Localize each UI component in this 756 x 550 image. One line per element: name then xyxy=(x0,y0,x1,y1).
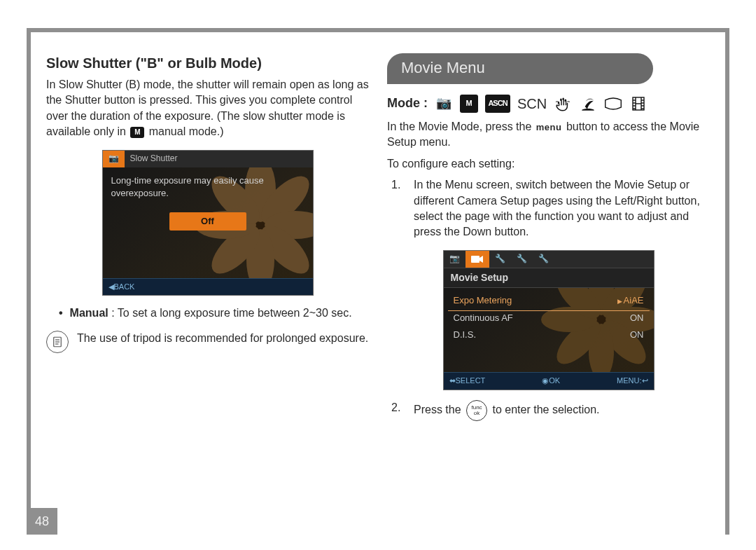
mode-hand-icon xyxy=(554,95,572,113)
page-number-badge: 48 xyxy=(27,508,57,535)
steps-list-2: Press the func ok to enter the selection… xyxy=(391,400,710,421)
lcd2-body: Expo Metering AiAE Continuous AF ON D.I.… xyxy=(444,288,654,372)
lcd2-row-2-label: D.I.S. xyxy=(454,329,477,341)
step-1: In the Menu screen, switch between the M… xyxy=(391,177,710,240)
note-icon xyxy=(46,331,69,353)
lcd1-tabbar: 📷 Slow Shutter xyxy=(103,151,313,167)
bullet-manual-label: Manual xyxy=(70,307,108,319)
mode-film-icon xyxy=(629,95,648,113)
column-right: Movie Menu Mode : 📷 M ASCN SCN xyxy=(387,53,710,528)
page-frame: Slow Shutter ("B" or Bulb Mode) In Slow … xyxy=(27,28,729,535)
pill-movie-menu: Movie Menu xyxy=(387,53,653,84)
lcd2-tabbar: 📷 🔧 🔧 🔧 xyxy=(444,251,654,268)
mode-m-icon: M xyxy=(460,95,478,113)
lcd2-foot-ok: ◉OK xyxy=(542,376,560,386)
mode-label: Mode : xyxy=(387,95,428,112)
movie-mode-intro: In the Movie Mode, press the menu button… xyxy=(387,119,710,151)
func-label-bot: ok xyxy=(474,411,479,416)
mode-row: Mode : 📷 M ASCN SCN xyxy=(387,94,710,114)
intro-text-b: manual mode.) xyxy=(146,125,223,137)
lcd1-title: Slow Shutter xyxy=(125,151,313,167)
lcd-slow-shutter-screenshot: 📷 Slow Shutter Long-time exposure may ea… xyxy=(102,150,314,296)
step-1-text: In the Menu screen, switch between the M… xyxy=(414,177,710,240)
mode-scn-text: SCN xyxy=(517,94,547,114)
lcd2-row-1-value: ON xyxy=(630,312,644,324)
lcd1-back-hint: ◀BACK xyxy=(108,282,135,292)
lcd1-off-button: Off xyxy=(169,212,246,231)
lcd2-row-0-value: AiAE xyxy=(617,294,644,307)
bullet-manual-text: Manual : To set a long exposure time bet… xyxy=(70,305,352,321)
lcd1-body: Long-time exposure may easily cause over… xyxy=(103,167,313,278)
tip-tripod: The use of tripod is recommended for pro… xyxy=(46,331,369,353)
lcd2-row-1: Continuous AF ON xyxy=(451,310,647,326)
lcd2-tab-wrench2-icon: 🔧 xyxy=(511,251,533,268)
tip-tripod-text: The use of tripod is recommended for pro… xyxy=(77,331,368,346)
lcd2-tab-wrench3-icon: 🔧 xyxy=(533,251,554,268)
bullet-manual-body: : To set a long exposure time between 2~… xyxy=(111,307,351,319)
lcd2-row-0: Expo Metering AiAE xyxy=(451,292,647,309)
lcd2-tab-camera-icon: 📷 xyxy=(444,251,465,268)
step-2-text-b: to enter the selection. xyxy=(493,404,600,415)
movie-mode-text-a: In the Movie Mode, press the xyxy=(387,121,531,132)
lcd1-tab-camera-icon: 📷 xyxy=(103,151,125,167)
lcd2-foot-menu: MENU:↩ xyxy=(617,376,648,386)
step-2: Press the func ok to enter the selection… xyxy=(391,400,710,421)
func-ok-icon: func ok xyxy=(466,400,487,421)
column-left: Slow Shutter ("B" or Bulb Mode) In Slow … xyxy=(46,53,369,528)
mode-panorama-icon xyxy=(604,95,622,113)
lcd1-message: Long-time exposure may easily cause over… xyxy=(111,174,293,200)
step-2-text-a: Press the xyxy=(414,404,461,415)
lcd2-tab-wrench-icon: 🔧 xyxy=(489,251,511,268)
steps-list: In the Menu screen, switch between the M… xyxy=(391,177,710,240)
configure-line: To configure each setting: xyxy=(387,156,710,172)
bullet-manual: Manual : To set a long exposure time bet… xyxy=(59,305,369,321)
step-2-body: Press the func ok to enter the selection… xyxy=(414,400,599,421)
lcd2-row-1-label: Continuous AF xyxy=(454,312,513,324)
mode-camera-icon: 📷 xyxy=(435,95,453,113)
lcd2-foot-select: ⬌SELECT xyxy=(449,376,486,386)
lcd2-tab-movie-icon xyxy=(465,251,489,268)
m-mode-chip-icon: M xyxy=(130,127,144,138)
heading-slow-shutter: Slow Shutter ("B" or Bulb Mode) xyxy=(46,53,369,73)
lcd2-row-2-value: ON xyxy=(630,329,644,341)
lcd2-footer: ⬌SELECT ◉OK MENU:↩ xyxy=(444,372,654,389)
svg-rect-25 xyxy=(471,256,479,263)
menu-label-inline: menu xyxy=(536,121,562,134)
lcd2-setup-title: Movie Setup xyxy=(444,268,654,289)
mode-beach-icon xyxy=(579,95,597,113)
mode-ascn-icon: ASCN xyxy=(485,95,510,113)
lcd-movie-setup-screenshot: 📷 🔧 🔧 🔧 Movie Setup Expo Metering A xyxy=(443,250,654,390)
slow-shutter-intro: In Slow Shutter (B) mode, the shutter wi… xyxy=(46,77,369,140)
manual-page: Slow Shutter ("B" or Bulb Mode) In Slow … xyxy=(0,0,756,550)
lcd2-row-2: D.I.S. ON xyxy=(451,326,647,343)
lcd1-footer: ◀BACK xyxy=(103,278,313,295)
lcd2-row-0-label: Expo Metering xyxy=(454,294,512,307)
